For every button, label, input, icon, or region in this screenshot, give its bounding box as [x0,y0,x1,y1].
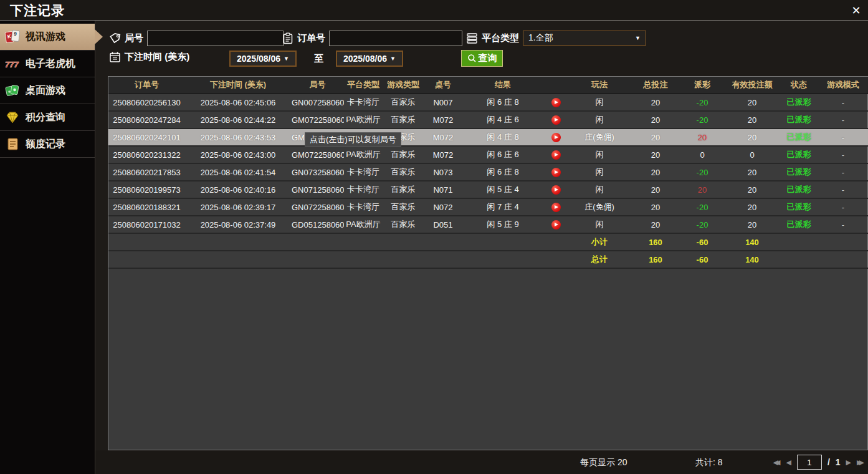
cell-total-bet: 20 [631,163,680,181]
cell-round[interactable]: GM072258060JK [291,146,344,163]
first-page-icon[interactable]: ◀◀ [773,455,781,469]
round-input[interactable] [147,31,284,46]
table-row[interactable]: 2508060202421012025-08-06 02:43:53GM0722… [108,128,868,146]
table-row[interactable]: 2508060202472842025-08-06 02:44:22GM0722… [108,111,868,128]
copy-round-tooltip: 点击(左击)可以复制局号 [305,132,401,147]
play-video-icon[interactable] [551,168,561,177]
page-number-input[interactable] [797,455,822,470]
close-icon[interactable]: ✕ [849,3,864,18]
cell-order: 250806020256130 [108,94,185,111]
chevron-down-icon: ▼ [390,56,396,62]
cell-result: 闲 7 庄 4 [462,198,543,216]
cell-platform: 卡卡湾厅 [344,94,383,111]
query-button[interactable]: 查询 [461,50,503,67]
order-input[interactable] [329,31,462,46]
cell-table-no: M072 [424,128,462,146]
cell-order: 250806020247284 [108,111,185,128]
cell-valid-bet: 20 [724,128,780,146]
cell-status: 已派彩 [780,181,818,198]
cell-round[interactable]: GM072258060JU [291,111,344,128]
betting-records-window: 下注记录 ✕ K 9 视讯游戏 777 电子老虎机 [0,0,868,474]
cell-round[interactable]: GN0722580605X [291,198,344,216]
cell-table-no: N073 [424,163,462,181]
cell-time: 2025-08-06 02:44:22 [185,111,291,128]
cell-round[interactable]: GD051258060CZ [291,216,344,233]
sidebar-item-label: 额度记录 [26,138,65,151]
video-games-cards-icon: K 9 [4,29,21,45]
play-video-icon[interactable] [551,185,561,195]
cell-game-mode: - [818,111,868,128]
cell-game-type: 百家乐 [383,94,424,111]
cell-time: 2025-08-06 02:40:16 [185,181,291,198]
chevron-down-icon: ▼ [284,56,289,62]
cell-valid-bet: 20 [724,163,780,181]
sidebar-item-label: 视讯游戏 [26,31,65,44]
cell-round[interactable]: GN07325806063 [291,163,344,181]
last-page-icon[interactable]: ▶▶ [857,455,864,469]
cell-video [543,198,568,216]
records-table: 订单号 下注时间 (美东) 局号 平台类型 游戏类型 桌号 结果 玩法 总投注 … [108,76,868,450]
table-row[interactable]: 2508060202178532025-08-06 02:41:54GN0732… [108,163,868,181]
play-video-icon[interactable] [551,98,561,107]
cell-platform: PA欧洲厅 [344,146,383,163]
table-row[interactable]: 2508060201710322025-08-06 02:37:49GD0512… [108,216,868,233]
cell-total-bet: 20 [631,146,680,163]
cell-status: 已派彩 [780,198,818,216]
cell-game-mode: - [818,181,868,198]
col-total-bet: 总投注 [631,77,680,94]
bet-time-label: 下注时间 (美东) [109,51,189,63]
sidebar-item-slots[interactable]: 777 电子老虎机 [0,51,95,77]
grand-total-payout: -60 [680,251,724,268]
col-platform: 平台类型 [344,77,383,94]
sidebar-item-table-games[interactable]: 桌面游戏 [0,77,95,104]
cell-round[interactable]: GN0072580606C [291,94,344,111]
cell-payout: -20 [680,163,724,181]
cell-round[interactable]: GN0712580606G [291,181,344,198]
table-body: 2508060202561302025-08-06 02:45:06GN0072… [108,94,868,233]
date-from-select[interactable]: 2025/08/06 ▼ [229,51,297,67]
cell-play-type: 闲 [568,216,631,233]
cell-result: 闲 6 庄 6 [462,146,543,163]
cell-time: 2025-08-06 02:39:17 [185,198,291,216]
sidebar-item-credit-record[interactable]: 额度记录 [0,131,95,158]
table-row[interactable]: 2508060201995732025-08-06 02:40:16GN0712… [108,181,868,198]
play-video-icon[interactable] [551,150,561,160]
table-row[interactable]: 2508060202561302025-08-06 02:45:06GN0072… [108,94,868,111]
cell-game-mode: - [818,198,868,216]
cell-valid-bet: 20 [724,111,780,128]
play-video-icon[interactable] [551,115,561,125]
cell-time: 2025-08-06 02:37:49 [185,216,291,233]
cell-play-type: 闲 [568,163,631,181]
table-row[interactable]: 2508060202313222025-08-06 02:43:00GM0722… [108,146,868,163]
play-video-icon[interactable] [551,220,561,230]
col-play-type: 玩法 [568,77,631,94]
cell-table-no: M072 [424,146,462,163]
sidebar-item-points-query[interactable]: 积分查询 [0,104,95,131]
table-row[interactable]: 2508060201883212025-08-06 02:39:17GN0722… [108,198,868,216]
col-payout: 派彩 [680,77,724,94]
cell-play-type: 闲 [568,94,631,111]
sidebar-item-label: 积分查询 [26,111,65,124]
cell-payout: -20 [680,94,724,111]
cell-status: 已派彩 [780,111,818,128]
round-filter-group: 局号 [109,31,284,46]
col-round: 局号 [291,77,344,94]
sidebar-item-video-games[interactable]: K 9 视讯游戏 [0,24,95,51]
cell-payout: 20 [680,128,724,146]
page-count: 1 [836,457,841,467]
play-video-icon[interactable] [551,203,561,212]
cell-platform: 卡卡湾厅 [344,181,383,198]
search-icon [467,54,477,63]
slot-777-icon: 777 [4,56,21,72]
sidebar: K 9 视讯游戏 777 电子老虎机 [0,21,95,474]
prev-page-icon[interactable]: ◀ [786,455,791,469]
date-to-select[interactable]: 2025/08/06 ▼ [336,51,403,67]
platform-select[interactable]: 1.全部 ▼ [523,31,646,46]
order-label: 订单号 [282,32,325,44]
cell-video [543,146,568,163]
table-totals: 小计 160 -60 140 总计 160 -60 140 [108,233,868,268]
play-video-icon[interactable] [551,133,561,142]
credit-record-icon [4,136,21,152]
next-page-icon[interactable]: ▶ [846,455,851,469]
cell-result: 闲 5 庄 4 [462,181,543,198]
